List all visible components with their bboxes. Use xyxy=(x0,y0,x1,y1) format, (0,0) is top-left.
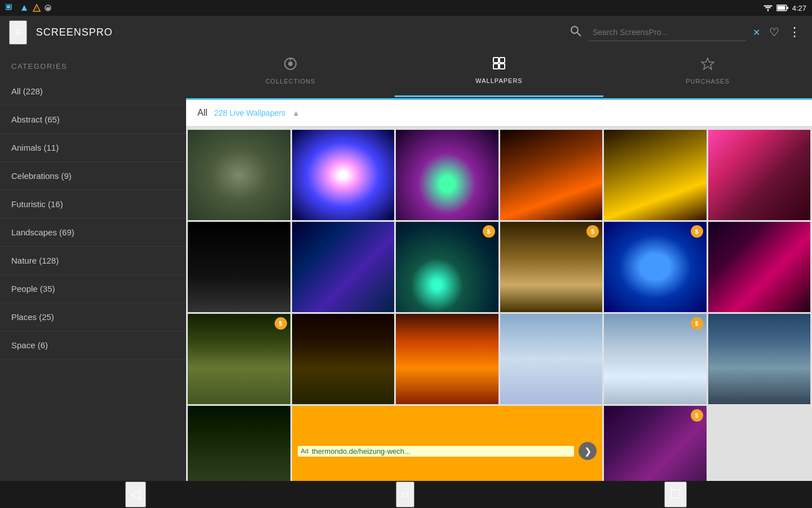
wallpaper-item-14[interactable] xyxy=(292,314,395,404)
svg-rect-11 xyxy=(787,7,788,9)
tab-wallpapers[interactable]: WALLPAPERS xyxy=(395,49,603,97)
sidebar-item-futuristic[interactable]: Futuristic (16) xyxy=(0,190,186,218)
ad-label: Ad xyxy=(301,448,308,454)
back-button[interactable]: ◁ xyxy=(125,481,146,507)
filter-count: 228 Live Wallpapers xyxy=(214,108,285,117)
ad-content: Ad thermondo.de/heizung-wech... xyxy=(298,446,575,457)
status-right-icons: 4:27 xyxy=(763,4,806,12)
ad-text: thermondo.de/heizung-wech... xyxy=(312,447,411,456)
sidebar-item-celebrations[interactable]: Celebrations (9) xyxy=(0,162,186,190)
wallpaper-thumbnail-6 xyxy=(708,130,811,220)
sidebar-item-all[interactable]: All (228) xyxy=(0,77,186,106)
wallpaper-item-1[interactable] xyxy=(188,130,290,220)
wallpaper-item-5[interactable] xyxy=(604,130,707,220)
ad-next-button[interactable]: ❯ xyxy=(579,442,597,460)
status-bar: ! 🤖 4:27 xyxy=(0,0,812,16)
status-left-icons: ! 🤖 xyxy=(6,4,52,12)
tab-wallpapers-label: WALLPAPERS xyxy=(475,77,522,84)
wallpaper-thumbnail-8 xyxy=(292,222,395,312)
wallpapers-icon xyxy=(492,56,506,74)
purchases-tab-icon xyxy=(700,56,715,71)
top-bar: ≡ SCREENSPRO ✕ ♡ ⋮ xyxy=(0,16,812,49)
sidebar-item-animals[interactable]: Animals (11) xyxy=(0,134,186,162)
wallpaper-thumbnail-3 xyxy=(396,130,498,220)
search-icon-button[interactable] xyxy=(568,23,584,42)
collections-tab-icon xyxy=(283,56,298,71)
wallpaper-item-4[interactable] xyxy=(500,130,603,220)
wallpaper-thumbnail-2 xyxy=(292,130,395,220)
wallpaper-item-13[interactable]: $ xyxy=(188,314,290,404)
wallpaper-item-8[interactable] xyxy=(292,222,395,312)
sidebar-item-landscapes[interactable]: Landscapes (69) xyxy=(0,218,186,247)
tab-collections[interactable]: COLLECTIONS xyxy=(186,49,395,97)
more-options-button[interactable]: ⋮ xyxy=(786,23,803,42)
tab-purchases-label: PURCHASES xyxy=(686,78,729,85)
sidebar-item-places[interactable]: Places (25) xyxy=(0,303,186,331)
filter-icon: ▲ xyxy=(292,108,300,117)
wallpaper-thumbnail-13 xyxy=(188,314,290,404)
svg-text:🤖: 🤖 xyxy=(46,6,51,11)
bottom-nav: ◁ ○ ☐ xyxy=(0,481,812,508)
sidebar-item-people[interactable]: People (35) xyxy=(0,275,186,303)
right-panel: COLLECTIONS WALLPAPERS xyxy=(186,49,812,481)
svg-rect-9 xyxy=(764,6,772,6)
wallpaper-item-11[interactable]: $ xyxy=(604,222,707,312)
search-input[interactable] xyxy=(588,23,746,41)
premium-badge-11: $ xyxy=(691,225,703,238)
wallpaper-thumbnail-17 xyxy=(604,314,707,404)
wallpaper-item-6[interactable] xyxy=(708,130,811,220)
tab-purchases[interactable]: PURCHASES xyxy=(603,49,812,97)
mountain-icon xyxy=(19,4,29,12)
svg-line-14 xyxy=(577,33,581,36)
wallpaper-thumbnail-19 xyxy=(188,406,290,481)
svg-rect-0 xyxy=(7,5,10,8)
menu-button[interactable]: ≡ xyxy=(9,20,27,45)
wallpaper-thumbnail-16 xyxy=(500,314,603,404)
wallpaper-thumbnail-14 xyxy=(292,314,395,404)
svg-rect-18 xyxy=(493,58,498,63)
wallpaper-item-16[interactable] xyxy=(500,314,603,404)
svg-point-13 xyxy=(571,27,578,33)
recent-button[interactable]: ☐ xyxy=(664,481,687,507)
warning-icon: ! xyxy=(33,4,41,12)
wallpaper-item-2[interactable] xyxy=(292,130,395,220)
wallpaper-grid: $ $ $ $ xyxy=(186,128,812,481)
svg-rect-12 xyxy=(777,6,785,10)
search-clear-button[interactable]: ✕ xyxy=(751,25,762,40)
tabs-bar: COLLECTIONS WALLPAPERS xyxy=(186,49,812,98)
clock: 4:27 xyxy=(792,4,806,12)
wallpaper-item-7[interactable] xyxy=(188,222,290,312)
wallpaper-item-18[interactable] xyxy=(708,314,811,404)
svg-rect-8 xyxy=(766,7,770,8)
wallpaper-item-20[interactable]: $ xyxy=(604,406,707,481)
android-icon: 🤖 xyxy=(44,4,52,12)
sidebar-item-nature[interactable]: Nature (128) xyxy=(0,247,186,275)
wallpaper-item-19[interactable] xyxy=(188,406,290,481)
collections-icon xyxy=(283,56,298,75)
premium-badge-10: $ xyxy=(586,225,599,238)
wallpaper-item-3[interactable] xyxy=(396,130,498,220)
wallpaper-item-17[interactable]: $ xyxy=(604,314,707,404)
svg-rect-21 xyxy=(500,64,505,69)
favorites-button[interactable]: ♡ xyxy=(767,23,782,41)
wallpaper-item-9[interactable]: $ xyxy=(396,222,498,312)
wallpaper-thumbnail-11 xyxy=(604,222,707,312)
sidebar: CATEGORIES All (228) Abstract (65) Anima… xyxy=(0,49,186,481)
wallpaper-item-10[interactable]: $ xyxy=(500,222,603,312)
purchases-icon xyxy=(700,56,715,75)
wallpaper-thumbnail-15 xyxy=(396,314,498,404)
sidebar-item-abstract[interactable]: Abstract (65) xyxy=(0,106,186,134)
wallpaper-thumbnail-7 xyxy=(188,222,290,312)
wallpaper-item-12[interactable] xyxy=(708,222,811,312)
search-icon xyxy=(570,25,581,37)
wifi-icon xyxy=(6,4,16,12)
wallpaper-item-15[interactable] xyxy=(396,314,498,404)
filter-bar[interactable]: All 228 Live Wallpapers ▲ xyxy=(186,100,812,126)
home-button[interactable]: ○ xyxy=(396,481,414,507)
filter-label: All xyxy=(197,108,208,118)
sidebar-item-space[interactable]: Space (6) xyxy=(0,331,186,360)
wallpapers-tab-icon xyxy=(492,56,506,71)
wifi-signal-icon xyxy=(763,5,773,11)
ad-banner-item[interactable]: Ad thermondo.de/heizung-wech... ❯ xyxy=(292,406,603,481)
wallpaper-thumbnail-18 xyxy=(708,314,811,404)
